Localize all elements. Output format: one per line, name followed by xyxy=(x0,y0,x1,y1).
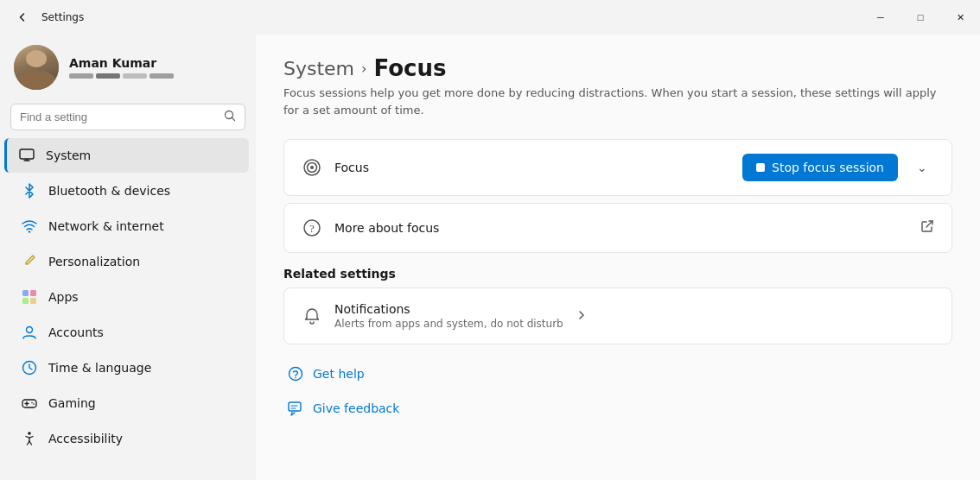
close-button[interactable]: ✕ xyxy=(940,0,980,35)
sidebar: Aman Kumar xyxy=(0,35,256,480)
svg-point-15 xyxy=(31,402,33,404)
notifications-card[interactable]: Notifications Alerts from apps and syste… xyxy=(283,287,952,344)
sidebar-item-personalization-label: Personalization xyxy=(48,255,140,268)
minimize-button[interactable]: ─ xyxy=(861,0,900,35)
stop-focus-session-button[interactable]: Stop focus session xyxy=(742,154,898,181)
focus-card-row: Focus Stop focus session ⌄ xyxy=(284,140,951,195)
notifications-label: Notifications xyxy=(334,302,563,316)
accounts-icon xyxy=(21,324,38,341)
give-feedback-label: Give feedback xyxy=(313,401,399,415)
notifications-card-row: Notifications Alerts from apps and syste… xyxy=(284,288,951,344)
more-about-card[interactable]: ? More about focus xyxy=(283,203,952,253)
sidebar-item-bluetooth[interactable]: Bluetooth & devices xyxy=(7,174,249,208)
user-name: Aman Kumar xyxy=(69,56,174,70)
avatar-image xyxy=(14,45,59,90)
stop-btn-label: Stop focus session xyxy=(772,161,884,174)
sidebar-item-network-label: Network & internet xyxy=(48,219,164,233)
breadcrumb-separator: › xyxy=(361,60,366,77)
user-info: Aman Kumar xyxy=(69,56,174,79)
focus-card: Focus Stop focus session ⌄ xyxy=(283,139,952,196)
svg-rect-8 xyxy=(22,298,29,304)
svg-line-23 xyxy=(926,221,932,227)
sidebar-item-bluetooth-label: Bluetooth & devices xyxy=(48,184,170,198)
svg-rect-9 xyxy=(30,298,36,304)
svg-point-10 xyxy=(27,327,33,333)
back-button[interactable] xyxy=(10,5,35,29)
more-about-icon: ? xyxy=(302,218,322,238)
avatar xyxy=(14,45,59,90)
time-icon xyxy=(21,359,38,376)
gaming-icon xyxy=(21,395,38,412)
sidebar-item-time[interactable]: Time & language xyxy=(7,351,249,385)
apps-icon xyxy=(21,288,38,306)
main-content: System › Focus Focus sessions help you g… xyxy=(256,35,980,480)
svg-point-20 xyxy=(310,166,314,169)
more-about-label: More about focus xyxy=(334,221,908,235)
svg-point-5 xyxy=(29,231,30,232)
bar-segment-4 xyxy=(150,73,174,79)
svg-rect-6 xyxy=(22,290,29,296)
get-help-link[interactable]: Get help xyxy=(283,358,952,389)
bar-segment-1 xyxy=(69,73,93,79)
sidebar-item-system-label: System xyxy=(46,148,91,162)
maximize-button[interactable]: □ xyxy=(900,0,940,35)
search-icon xyxy=(224,110,236,124)
user-bar xyxy=(69,73,174,79)
related-settings-label: Related settings xyxy=(283,267,952,281)
title-bar-left: Settings xyxy=(10,5,84,29)
sidebar-item-apps[interactable]: Apps xyxy=(7,280,249,314)
breadcrumb-parent[interactable]: System xyxy=(283,58,354,79)
bluetooth-icon xyxy=(21,182,38,199)
more-about-card-row: ? More about focus xyxy=(284,204,951,252)
search-input[interactable] xyxy=(20,111,217,123)
accessibility-icon xyxy=(21,430,38,447)
app-body: Aman Kumar xyxy=(0,35,980,480)
sidebar-item-time-label: Time & language xyxy=(48,361,151,375)
get-help-icon xyxy=(287,365,304,382)
chevron-down-icon: ⌄ xyxy=(917,161,927,174)
sidebar-item-accessibility-label: Accessibility xyxy=(48,432,123,445)
focus-label: Focus xyxy=(334,161,730,174)
sidebar-item-system[interactable]: System xyxy=(4,138,249,173)
give-feedback-link[interactable]: Give feedback xyxy=(283,393,952,424)
sidebar-item-accounts[interactable]: Accounts xyxy=(7,315,249,350)
svg-rect-2 xyxy=(20,149,34,159)
svg-point-17 xyxy=(28,432,31,435)
system-icon xyxy=(18,147,35,164)
sidebar-item-accessibility[interactable]: Accessibility xyxy=(7,421,249,456)
svg-rect-7 xyxy=(30,290,36,296)
search-box[interactable] xyxy=(10,104,245,130)
page-description: Focus sessions help you get more done by… xyxy=(283,85,940,118)
sidebar-item-personalization[interactable]: Personalization xyxy=(7,244,249,279)
svg-text:?: ? xyxy=(309,222,315,235)
breadcrumb: System › Focus xyxy=(283,55,952,81)
svg-rect-26 xyxy=(289,402,301,411)
nav-list: System Bluetooth & devices xyxy=(0,137,256,457)
bar-segment-3 xyxy=(123,73,147,79)
focus-expand-button[interactable]: ⌄ xyxy=(910,157,934,178)
svg-point-25 xyxy=(295,377,296,379)
svg-point-16 xyxy=(33,403,35,405)
sidebar-item-network[interactable]: Network & internet xyxy=(7,209,249,243)
personalization-icon xyxy=(21,253,38,270)
get-help-label: Get help xyxy=(313,367,365,381)
network-icon xyxy=(21,218,38,235)
notifications-icon xyxy=(302,306,322,326)
bottom-links: Get help Give feedback xyxy=(283,358,952,424)
svg-line-1 xyxy=(232,118,235,121)
sidebar-item-accounts-label: Accounts xyxy=(48,325,104,339)
external-link-icon xyxy=(920,219,934,237)
title-bar: Settings ─ □ ✕ xyxy=(0,0,980,35)
window-controls: ─ □ ✕ xyxy=(861,0,980,35)
focus-icon xyxy=(302,157,322,178)
sidebar-item-gaming[interactable]: Gaming xyxy=(7,386,249,420)
notifications-sublabel: Alerts from apps and system, do not dist… xyxy=(334,318,563,330)
breadcrumb-current: Focus xyxy=(373,55,446,81)
user-profile: Aman Kumar xyxy=(0,38,256,104)
bar-segment-2 xyxy=(96,73,120,79)
app-title: Settings xyxy=(41,11,84,23)
chevron-right-icon xyxy=(576,309,588,324)
sidebar-item-apps-label: Apps xyxy=(48,290,79,304)
give-feedback-icon xyxy=(287,400,304,417)
stop-icon xyxy=(756,163,765,172)
